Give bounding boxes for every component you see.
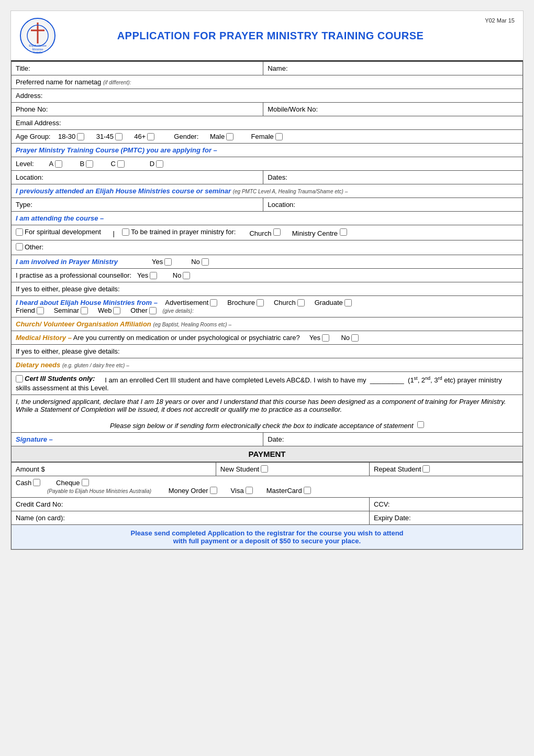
church-checkbox[interactable]: [273, 228, 281, 236]
church-affiliation-cell: Church/ Volunteer Organisation Affiliati…: [12, 317, 523, 331]
counsellor-yes-label: Yes: [137, 271, 148, 279]
age-46-plus-checkbox[interactable]: [147, 133, 154, 140]
level-a-checkbox[interactable]: [55, 160, 62, 168]
level-cell: Level: A B C D: [12, 157, 523, 171]
email-cell: Email Address:: [12, 116, 523, 130]
preferred-name-note: (if different):: [103, 80, 131, 85]
visa-wrap: Visa: [231, 487, 253, 495]
medical-no-checkbox[interactable]: [351, 334, 359, 342]
ministry-centre-checkbox[interactable]: [340, 228, 347, 236]
age-18-30-checkbox[interactable]: [77, 133, 84, 140]
visa-checkbox[interactable]: [246, 487, 253, 494]
heard-brochure-checkbox[interactable]: [257, 299, 264, 306]
cheque-checkbox[interactable]: [82, 479, 89, 486]
mastercard-label: MasterCard: [266, 487, 302, 495]
female-checkbox[interactable]: [275, 133, 283, 140]
sign-acceptance-checkbox[interactable]: [417, 421, 424, 428]
involved-row: I am involved in Prayer Ministry Yes No: [12, 255, 523, 269]
trained-label: To be trained in prayer ministry for:: [131, 228, 236, 236]
male-wrap: Male: [210, 133, 233, 140]
heard-web-checkbox[interactable]: [113, 307, 120, 314]
heard-brochure-wrap: Brochure: [227, 299, 264, 306]
type-label: Type:: [16, 201, 32, 209]
heard-friend-checkbox[interactable]: [37, 307, 44, 314]
medical-history-row: Medical History – Are you currently on m…: [12, 331, 523, 345]
attending-header-cell: I am attending the course –: [12, 212, 523, 225]
declaration-cell: I, the undersigned applicant, declare th…: [12, 395, 523, 432]
male-label: Male: [210, 133, 225, 140]
male-checkbox[interactable]: [226, 133, 233, 140]
dates-cell: Dates:: [263, 171, 523, 184]
heard-church-wrap: Church: [274, 299, 305, 306]
other-checkbox[interactable]: [16, 243, 23, 250]
heard-other-checkbox[interactable]: [149, 307, 157, 314]
declaration-text: I, the undersigned applicant, declare th…: [16, 398, 506, 413]
preferred-name-row: Preferred name for nametag (if different…: [12, 75, 523, 89]
counsellor-no-checkbox[interactable]: [183, 272, 190, 279]
level-row: Level: A B C D: [12, 157, 523, 171]
heard-about-row: I heard about Elijah House Ministries fr…: [12, 296, 523, 317]
level-c-checkbox[interactable]: [117, 160, 125, 168]
heard-web-wrap: Web: [98, 306, 121, 314]
involved-yes-checkbox[interactable]: [164, 258, 172, 266]
medical-no-wrap: No: [341, 334, 359, 342]
address-cell: Address:: [12, 89, 523, 103]
signature-label: Signature –: [16, 435, 53, 443]
involved-cell: I am involved in Prayer Ministry Yes No: [12, 255, 523, 269]
cash-wrap: Cash: [16, 479, 40, 487]
church-affiliation-note: (eg Baptist, Healing Rooms etc) –: [153, 322, 231, 327]
money-order-wrap: Money Order: [169, 487, 217, 495]
church-affiliation-label: Church/ Volunteer Organisation Affiliati…: [16, 320, 151, 328]
sign-below-text: Please sign below or if sending form ele…: [110, 422, 414, 430]
counsellor-no-wrap: No: [173, 271, 191, 279]
cash-label: Cash: [16, 479, 31, 487]
type-cell: Type:: [12, 198, 263, 212]
sign-below-wrap: Please sign below or if sending form ele…: [16, 421, 518, 430]
preferred-name-label: Preferred name for nametag: [16, 78, 101, 86]
heard-graduate-checkbox[interactable]: [344, 299, 352, 306]
cert3-checkbox[interactable]: [16, 375, 23, 382]
type-location-year-row: Type: Location:: [12, 198, 523, 212]
involved-no-checkbox[interactable]: [202, 258, 209, 266]
level-d-wrap: D: [150, 160, 163, 168]
cash-checkbox[interactable]: [33, 479, 40, 486]
ministry-centre-label: Ministry Centre: [292, 229, 338, 237]
mobile-label: Mobile/Work No:: [268, 105, 318, 113]
level-label: Level:: [16, 160, 34, 168]
cheque-wrap: Cheque: [56, 479, 89, 487]
repeat-student-label: Repeat Student: [374, 465, 421, 473]
previously-attended-label: I previously attended an Elijah House Mi…: [16, 187, 231, 195]
age-31-45-wrap: 31-45: [96, 133, 123, 140]
age-31-45-checkbox[interactable]: [115, 133, 123, 140]
level-d-checkbox[interactable]: [156, 160, 163, 168]
other-wrap: Other:: [16, 243, 43, 251]
trained-checkbox[interactable]: [122, 228, 129, 236]
svg-text:Australia: Australia: [33, 51, 42, 54]
footer-note: Please send completed Application to the…: [11, 525, 523, 550]
location-dates-row: Location: Dates:: [12, 171, 523, 184]
age-31-45-label: 31-45: [96, 133, 114, 140]
visa-label: Visa: [231, 487, 244, 495]
declaration-row: I, the undersigned applicant, declare th…: [12, 395, 523, 432]
money-order-checkbox[interactable]: [210, 487, 217, 494]
new-student-cell: New Student: [216, 462, 369, 476]
spiritual-dev-checkbox[interactable]: [16, 228, 23, 236]
medical-no-label: No: [341, 334, 350, 342]
repeat-student-checkbox[interactable]: [422, 465, 430, 473]
new-student-checkbox[interactable]: [261, 465, 268, 473]
heard-seminar-checkbox[interactable]: [81, 307, 88, 314]
level-b-checkbox[interactable]: [86, 160, 93, 168]
age-group-label: Age Group:: [16, 133, 51, 140]
heard-graduate-wrap: Graduate: [315, 299, 352, 306]
medical-yes-checkbox[interactable]: [322, 334, 329, 342]
if-yes-cell: If yes to either, please give details:: [12, 282, 523, 296]
counsellor-yes-checkbox[interactable]: [150, 272, 157, 279]
involved-no-wrap: No: [191, 258, 209, 266]
level-b-wrap: B: [80, 160, 94, 168]
heard-advertisement-checkbox[interactable]: [210, 299, 217, 306]
application-form: Elijah House Ministries Australia APPLIC…: [10, 10, 524, 550]
page-title: APPLICATION FOR PRAYER MINISTRY TRAINING…: [62, 30, 479, 42]
mastercard-checkbox[interactable]: [304, 487, 311, 494]
footer-line1: Please send completed Application to the…: [16, 529, 518, 537]
heard-church-checkbox[interactable]: [297, 299, 305, 306]
